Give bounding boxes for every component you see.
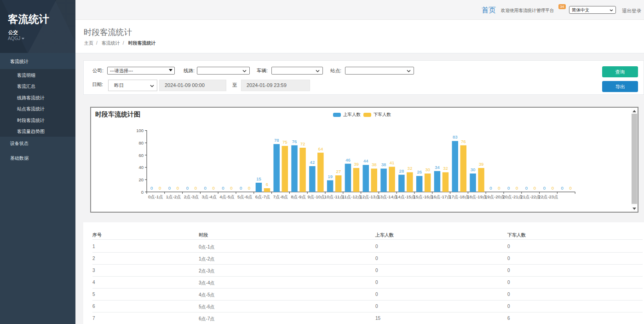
svg-text:0: 0 bbox=[552, 185, 554, 191]
svg-text:41: 41 bbox=[390, 160, 395, 165]
svg-text:34: 34 bbox=[435, 165, 440, 170]
svg-text:0点-1点: 0点-1点 bbox=[148, 194, 163, 199]
svg-text:0: 0 bbox=[543, 185, 546, 191]
svg-text:0: 0 bbox=[516, 185, 518, 191]
svg-text:76: 76 bbox=[292, 139, 297, 144]
svg-text:44: 44 bbox=[363, 158, 368, 163]
svg-text:0: 0 bbox=[204, 185, 206, 191]
svg-text:11点-12点: 11点-12点 bbox=[342, 194, 362, 199]
svg-text:0: 0 bbox=[222, 185, 224, 191]
svg-text:4点-5点: 4点-5点 bbox=[219, 194, 235, 199]
svg-text:15: 15 bbox=[256, 176, 261, 181]
svg-text:39: 39 bbox=[354, 162, 359, 167]
svg-text:0: 0 bbox=[230, 185, 232, 191]
svg-text:0: 0 bbox=[489, 185, 492, 191]
svg-text:8点-9点: 8点-9点 bbox=[291, 194, 306, 199]
svg-text:5点-6点: 5点-6点 bbox=[237, 194, 253, 199]
svg-text:19点-20点: 19点-20点 bbox=[485, 194, 505, 199]
svg-text:9点-10点: 9点-10点 bbox=[308, 194, 325, 199]
svg-text:19: 19 bbox=[328, 174, 333, 179]
svg-text:75: 75 bbox=[282, 139, 288, 145]
svg-text:39: 39 bbox=[479, 162, 484, 167]
svg-text:38: 38 bbox=[381, 162, 386, 167]
svg-text:40: 40 bbox=[138, 165, 144, 170]
svg-text:0: 0 bbox=[150, 185, 153, 191]
svg-text:20: 20 bbox=[138, 177, 144, 182]
svg-text:6点-7点: 6点-7点 bbox=[255, 194, 270, 199]
svg-text:17点-18点: 17点-18点 bbox=[449, 194, 469, 199]
svg-text:16点-17点: 16点-17点 bbox=[431, 194, 451, 199]
svg-text:0: 0 bbox=[195, 185, 197, 191]
svg-text:0: 0 bbox=[507, 185, 510, 191]
svg-text:28: 28 bbox=[399, 168, 404, 174]
svg-text:18点-19点: 18点-19点 bbox=[467, 194, 487, 199]
svg-text:0: 0 bbox=[186, 185, 189, 191]
svg-text:27: 27 bbox=[336, 169, 341, 174]
svg-text:100: 100 bbox=[136, 128, 144, 133]
svg-text:38: 38 bbox=[372, 162, 377, 167]
svg-text:2点-3点: 2点-3点 bbox=[184, 194, 199, 199]
svg-text:0: 0 bbox=[248, 185, 250, 191]
svg-text:22点-23点: 22点-23点 bbox=[538, 194, 558, 199]
svg-text:0: 0 bbox=[525, 185, 528, 191]
svg-text:21点-22点: 21点-22点 bbox=[521, 194, 540, 199]
svg-text:30: 30 bbox=[425, 167, 430, 172]
svg-text:7点-8点: 7点-8点 bbox=[273, 194, 288, 199]
svg-text:78: 78 bbox=[274, 138, 279, 143]
svg-text:0: 0 bbox=[168, 185, 171, 191]
svg-text:0: 0 bbox=[240, 185, 242, 191]
svg-text:46: 46 bbox=[345, 157, 351, 162]
svg-text:12点-13点: 12点-13点 bbox=[360, 194, 380, 199]
svg-text:3点-4点: 3点-4点 bbox=[201, 194, 217, 199]
svg-text:83: 83 bbox=[453, 134, 458, 139]
svg-text:26: 26 bbox=[417, 169, 422, 174]
svg-text:14点-15点: 14点-15点 bbox=[396, 194, 415, 199]
svg-text:6: 6 bbox=[266, 182, 268, 187]
svg-text:72: 72 bbox=[300, 141, 305, 146]
svg-text:64: 64 bbox=[318, 146, 323, 151]
svg-text:30: 30 bbox=[471, 167, 476, 172]
svg-text:0: 0 bbox=[561, 185, 563, 191]
svg-text:0: 0 bbox=[498, 185, 500, 191]
svg-text:42: 42 bbox=[310, 160, 315, 165]
svg-text:32: 32 bbox=[443, 166, 448, 171]
svg-text:15点-16点: 15点-16点 bbox=[414, 194, 433, 199]
svg-text:1点-2点: 1点-2点 bbox=[166, 194, 181, 199]
svg-text:13点-14点: 13点-14点 bbox=[378, 194, 397, 199]
svg-text:60: 60 bbox=[138, 153, 144, 158]
svg-text:0: 0 bbox=[177, 185, 179, 191]
svg-text:0: 0 bbox=[141, 190, 144, 195]
svg-text:20点-21点: 20点-21点 bbox=[503, 194, 523, 199]
svg-text:0: 0 bbox=[534, 185, 536, 191]
svg-text:0: 0 bbox=[212, 185, 214, 191]
svg-text:76: 76 bbox=[461, 139, 466, 144]
svg-text:80: 80 bbox=[138, 140, 144, 145]
svg-text:0: 0 bbox=[159, 185, 161, 191]
svg-text:0: 0 bbox=[569, 185, 571, 191]
svg-text:32: 32 bbox=[408, 166, 413, 171]
svg-text:10点-11点: 10点-11点 bbox=[324, 194, 344, 199]
